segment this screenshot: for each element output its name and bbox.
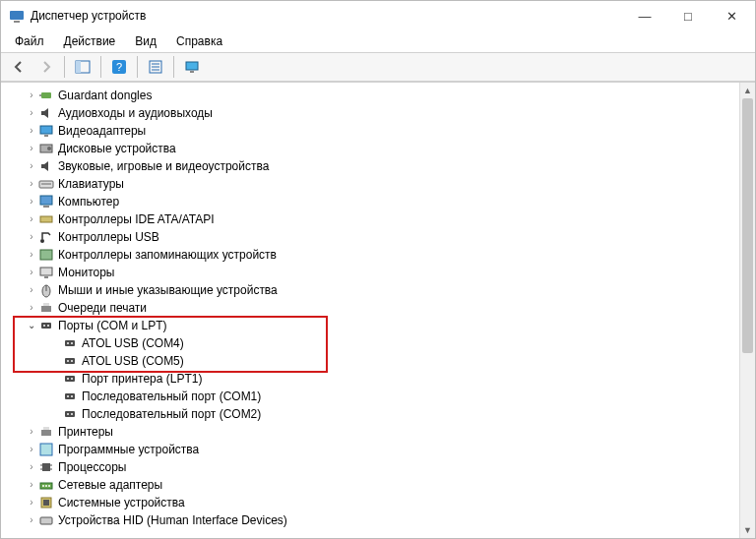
expand-arrow-icon[interactable]: ›	[25, 458, 38, 476]
tree-node-label: Порты (COM и LPT)	[58, 317, 175, 334]
scroll-track[interactable]	[740, 98, 755, 522]
tree-node[interactable]: ›Мониторы	[1, 264, 739, 281]
expand-arrow-icon[interactable]: ›	[25, 122, 38, 140]
tree-node[interactable]: ›Программные устройства	[1, 441, 739, 458]
help-button[interactable]: ?	[107, 55, 131, 79]
tree-node[interactable]: ›Guardant dongles	[1, 87, 739, 104]
tree-node-label: ATOL USB (COM5)	[82, 352, 192, 370]
scroll-up-button[interactable]: ▲	[740, 83, 755, 98]
tree-node[interactable]: ›Процессоры	[1, 458, 739, 476]
monitor-icon	[38, 265, 54, 280]
expand-arrow-icon[interactable]: ›	[25, 476, 38, 494]
maximize-button[interactable]: □	[666, 2, 710, 30]
scan-hardware-button[interactable]	[180, 55, 204, 79]
svg-rect-10	[186, 62, 198, 70]
minimize-button[interactable]: —	[623, 2, 666, 30]
expand-arrow-icon[interactable]: ›	[25, 87, 38, 104]
tree-node[interactable]: ›Устройства HID (Human Interface Devices…	[1, 511, 739, 529]
toolbar-separator	[64, 56, 65, 78]
vertical-scrollbar[interactable]: ▲ ▼	[739, 83, 755, 538]
system-icon	[38, 495, 54, 510]
tree-node[interactable]: ›Контроллеры IDE ATA/ATAPI	[1, 210, 739, 228]
svg-rect-50	[43, 427, 49, 430]
tree-node[interactable]: ›Компьютер	[1, 193, 739, 210]
svg-rect-37	[65, 358, 75, 364]
tree-node-label: Видеоадаптеры	[58, 122, 154, 140]
expand-arrow-icon[interactable]: ›	[25, 175, 38, 193]
show-hide-tree-button[interactable]	[71, 55, 94, 79]
tree-node-label: Устройства HID (Human Interface Devices)	[58, 511, 295, 529]
tree-node[interactable]: ›Контроллеры USB	[1, 228, 739, 246]
tree-child-node[interactable]: ATOL USB (COM5)	[1, 352, 739, 370]
scroll-thumb[interactable]	[742, 98, 753, 353]
expand-arrow-icon[interactable]: ›	[25, 210, 38, 228]
menu-view[interactable]: Вид	[127, 32, 164, 50]
tree-child-node[interactable]: Порт принтера (LPT1)	[1, 370, 739, 388]
device-manager-window: Диспетчер устройств — □ ✕ Файл Действие …	[0, 0, 756, 539]
tree-node[interactable]: ›Клавиатуры	[1, 175, 739, 193]
scroll-down-button[interactable]: ▼	[740, 522, 755, 538]
svg-point-58	[42, 485, 44, 487]
svg-rect-13	[39, 94, 41, 96]
menu-action[interactable]: Действие	[56, 32, 124, 50]
expand-arrow-icon[interactable]: ›	[25, 246, 38, 264]
svg-rect-39	[71, 360, 73, 362]
keyboard-icon	[38, 176, 54, 192]
forward-button[interactable]	[34, 55, 58, 79]
menu-file[interactable]: Файл	[7, 32, 52, 50]
tree-node-label: Клавиатуры	[58, 175, 132, 193]
tree-child-node[interactable]: Последовательный порт (COM1)	[1, 388, 739, 405]
port-icon	[62, 371, 78, 387]
tree-node[interactable]: ›Дисковые устройства	[1, 140, 739, 157]
collapse-arrow-icon[interactable]: ⌄	[25, 317, 38, 334]
mouse-icon	[38, 282, 54, 298]
tree-node[interactable]: ⌄Порты (COM и LPT)	[1, 317, 739, 334]
tree-node[interactable]: ›Звуковые, игровые и видеоустройства	[1, 157, 739, 175]
svg-rect-32	[43, 325, 45, 327]
svg-rect-0	[10, 11, 24, 20]
tree-child-node[interactable]: ATOL USB (COM4)	[1, 334, 739, 352]
tree-node[interactable]: ›Принтеры	[1, 423, 739, 441]
tree-node[interactable]: ›Контроллеры запоминающих устройств	[1, 246, 739, 264]
tree-node[interactable]: ›Очереди печати	[1, 299, 739, 317]
back-button[interactable]	[7, 55, 31, 79]
tree-node[interactable]: ›Аудиовходы и аудиовыходы	[1, 104, 739, 122]
expand-arrow-icon[interactable]: ›	[25, 511, 38, 529]
tree-child-node[interactable]: Последовательный порт (COM2)	[1, 405, 739, 423]
svg-rect-22	[40, 216, 52, 222]
svg-rect-14	[40, 126, 52, 134]
expand-arrow-icon[interactable]: ›	[25, 228, 38, 246]
svg-rect-1	[14, 21, 20, 23]
svg-rect-11	[190, 71, 194, 73]
expand-arrow-icon[interactable]: ›	[25, 104, 38, 122]
menu-help[interactable]: Справка	[168, 32, 230, 50]
expand-arrow-icon[interactable]: ›	[25, 157, 38, 175]
printer-icon	[38, 424, 54, 440]
properties-button[interactable]	[144, 55, 167, 79]
tree-node-label: Последовательный порт (COM1)	[82, 388, 269, 405]
close-button[interactable]: ✕	[710, 2, 753, 30]
expand-arrow-icon[interactable]: ›	[25, 193, 38, 210]
svg-rect-44	[67, 395, 69, 397]
tree-node[interactable]: ›Мыши и иные указывающие устройства	[1, 281, 739, 299]
app-icon	[9, 8, 25, 24]
svg-rect-29	[41, 306, 51, 312]
toolbar: ?	[1, 52, 755, 82]
titlebar[interactable]: Диспетчер устройств — □ ✕	[1, 1, 755, 30]
tree-node[interactable]: ›Системные устройства	[1, 494, 739, 511]
svg-rect-62	[43, 500, 49, 506]
tree-node[interactable]: ›Видеоадаптеры	[1, 122, 739, 140]
expand-arrow-icon[interactable]: ›	[25, 264, 38, 281]
tree-node[interactable]: ›Сетевые адаптеры	[1, 476, 739, 494]
tree-node-label: Мониторы	[58, 264, 122, 281]
expand-arrow-icon[interactable]: ›	[25, 299, 38, 317]
svg-rect-48	[71, 413, 73, 415]
tree-node-label: Звуковые, игровые и видеоустройства	[58, 157, 277, 175]
device-tree[interactable]: ›Guardant dongles›Аудиовходы и аудиовыхо…	[1, 83, 739, 538]
expand-arrow-icon[interactable]: ›	[25, 281, 38, 299]
expand-arrow-icon[interactable]: ›	[25, 423, 38, 441]
expand-arrow-icon[interactable]: ›	[25, 140, 38, 157]
expand-arrow-icon[interactable]: ›	[25, 441, 38, 458]
content-area: ›Guardant dongles›Аудиовходы и аудиовыхо…	[1, 82, 755, 538]
expand-arrow-icon[interactable]: ›	[25, 494, 38, 511]
